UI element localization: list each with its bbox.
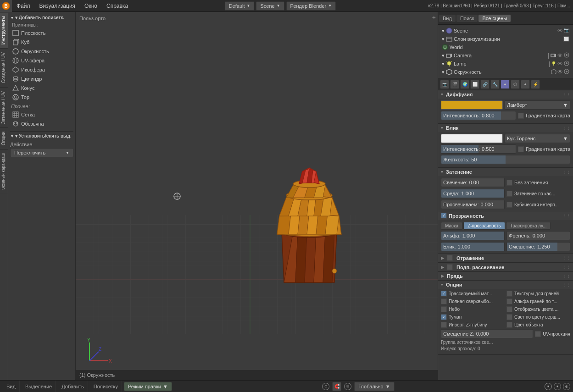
transparency-cb[interactable] bbox=[441, 213, 447, 219]
primitive-icosphere[interactable]: Икосфера bbox=[10, 65, 73, 74]
trans-tab-mask[interactable]: Маска bbox=[441, 222, 462, 230]
diffuse-shader-dropdown[interactable]: Ламберт ▼ bbox=[505, 100, 570, 110]
render-engine-dropdown[interactable]: Рендер Blender ▼ bbox=[286, 1, 336, 11]
prop-icon-constraints[interactable]: 🔗 bbox=[480, 80, 490, 89]
prop-icon-modifiers[interactable]: 🔧 bbox=[490, 80, 500, 89]
blend-field[interactable]: Смешение: 1.250 bbox=[506, 242, 570, 251]
no-shading-cb[interactable] bbox=[506, 180, 512, 186]
specular-intensity-field[interactable]: Интенсивность: 0.500 bbox=[441, 144, 516, 154]
global-dropdown[interactable]: Глобально ▼ bbox=[354, 382, 394, 391]
menu-window[interactable]: Окно bbox=[80, 0, 102, 11]
set-unset-section-header[interactable]: ▾ ▾ Установить/снять выд. bbox=[10, 131, 73, 140]
face-alpha-cb[interactable] bbox=[506, 298, 512, 304]
snap-icon[interactable]: 🧲 bbox=[332, 382, 341, 391]
primitive-torus[interactable]: Тор bbox=[10, 93, 73, 102]
prop-icon-world[interactable]: 🌍 bbox=[460, 80, 469, 89]
tab-create-uv[interactable]: Создание / UV bbox=[0, 48, 8, 87]
prop-icon-object[interactable]: ⬜ bbox=[470, 80, 479, 89]
prop-icon-particles[interactable]: ✦ bbox=[521, 80, 530, 89]
menu-file[interactable]: Файл bbox=[12, 0, 35, 11]
cubic-cb[interactable] bbox=[506, 202, 512, 208]
layers-vis-icon[interactable]: ⬜ bbox=[563, 36, 569, 42]
tab-view[interactable]: Вид bbox=[439, 15, 456, 22]
env-field[interactable]: Среда: 1.000 bbox=[441, 189, 505, 198]
obj-col-cb[interactable] bbox=[506, 322, 512, 328]
specular-header[interactable]: ▾ Блик ⋮⋮ bbox=[438, 124, 573, 132]
bottom-add[interactable]: Добавить bbox=[58, 381, 88, 392]
prop-icon-render[interactable]: 📷 bbox=[440, 80, 449, 89]
bottom-select[interactable]: Выделение bbox=[22, 381, 56, 392]
fresnel-field[interactable]: Френель: 0.000 bbox=[506, 231, 570, 240]
specular-color-swatch[interactable] bbox=[441, 134, 503, 143]
other-grid[interactable]: Сетка bbox=[10, 110, 73, 119]
camera-eye[interactable]: 👁 bbox=[557, 52, 563, 59]
sky-cb[interactable] bbox=[441, 306, 447, 312]
prop-icon-physics[interactable]: ⚡ bbox=[531, 80, 540, 89]
tab-tools[interactable]: Инструменты bbox=[0, 12, 8, 48]
tab-search[interactable]: Поиск bbox=[456, 15, 478, 22]
vis-icon2[interactable]: 📷 bbox=[564, 28, 569, 34]
prop-icon-material[interactable]: ● bbox=[501, 80, 510, 89]
bottom-mesh[interactable]: Полисетку bbox=[90, 381, 122, 392]
lamp-eye[interactable]: 👁 bbox=[557, 61, 563, 67]
scene-item-lamp[interactable]: ▾ Lamp | 👁 bbox=[440, 60, 571, 68]
vis-icon1[interactable]: 👁 bbox=[557, 28, 563, 34]
subsurface-header[interactable]: ▶ Подп. рассеивание ⋮⋮ bbox=[438, 263, 573, 271]
primitive-cone[interactable]: Конус bbox=[10, 83, 73, 93]
face-tex-cb[interactable] bbox=[506, 291, 512, 297]
primitive-cylinder[interactable]: Цилиндр bbox=[10, 74, 73, 83]
scene-item-okruzh[interactable]: ▾ Окружность 👁 bbox=[440, 68, 571, 76]
scene-dropdown[interactable]: Scene ▼ bbox=[256, 1, 284, 11]
strand-header[interactable]: ▶ Прядь ⋮⋮ bbox=[438, 272, 573, 280]
specular-hardness-field[interactable]: Жёсткость: 50 bbox=[441, 155, 570, 164]
reflection-header[interactable]: ▶ Отражение ⋮⋮ bbox=[438, 254, 573, 262]
spec-trans-field[interactable]: Блик: 1.000 bbox=[441, 242, 505, 251]
vert-col-cb[interactable] bbox=[506, 314, 512, 320]
bottom-view[interactable]: Вид bbox=[3, 381, 20, 392]
layer-icon2[interactable]: ■ bbox=[554, 383, 561, 390]
camera-vis1[interactable]: | bbox=[548, 52, 549, 59]
inv-z-cb[interactable] bbox=[441, 322, 447, 328]
subsurface-cb[interactable] bbox=[447, 264, 453, 270]
scene-item-camera[interactable]: ▾ Camera | 👁 bbox=[440, 51, 571, 60]
tab-grease-pencil[interactable]: Экзиный карандаш bbox=[0, 149, 8, 193]
primitive-cube[interactable]: Куб bbox=[10, 38, 73, 47]
z-offset-field[interactable]: Смещение Z: 0.000 bbox=[441, 329, 533, 338]
scene-item-layers[interactable]: ▾ Слои визуализации ⬜ bbox=[440, 35, 571, 43]
glow-field[interactable]: Свечение: 0.00 bbox=[441, 178, 505, 187]
shadow-field[interactable]: Просвечиваем: 0.000 bbox=[441, 200, 505, 209]
scene-item-world[interactable]: World bbox=[440, 43, 571, 51]
alpha-field[interactable]: Альфа: 1.000 bbox=[441, 231, 505, 240]
face-col-cb[interactable] bbox=[506, 306, 512, 312]
orientation-icon[interactable]: ⊞ bbox=[344, 383, 351, 390]
tangent-cb[interactable] bbox=[506, 191, 512, 197]
menu-render[interactable]: Визуализация bbox=[35, 0, 80, 11]
diffuse-gradient-cb[interactable] bbox=[518, 113, 524, 119]
pivot-icon[interactable]: ⊙ bbox=[322, 383, 329, 390]
okruzh-eye[interactable]: 👁 bbox=[557, 69, 563, 75]
transparency-header[interactable]: Прозрачность ⋮⋮ bbox=[438, 211, 573, 220]
layout-dropdown[interactable]: Default ▼ bbox=[225, 1, 255, 11]
tab-all-scenes[interactable]: Все сцены bbox=[478, 15, 511, 22]
menu-help[interactable]: Справка bbox=[102, 0, 133, 11]
primitive-circle[interactable]: Окружность bbox=[10, 47, 73, 56]
tab-shading-uv[interactable]: Затенение / UV bbox=[0, 87, 8, 127]
other-monkey[interactable]: Обезьяна bbox=[10, 119, 73, 128]
specular-shader-dropdown[interactable]: Кук-Торренс ▼ bbox=[505, 134, 570, 143]
options-section-header[interactable]: ▾ Опции ⋮⋮ bbox=[438, 281, 573, 289]
prop-icon-scene[interactable]: 🎬 bbox=[450, 80, 459, 89]
reflection-cb[interactable] bbox=[447, 255, 453, 261]
mode-dropdown[interactable]: Режим правки ▼ bbox=[124, 382, 172, 391]
primitive-uvsphere[interactable]: UV-сфера bbox=[10, 56, 73, 65]
trans-tab-z[interactable]: Z-прозрачность bbox=[463, 222, 505, 230]
scene-item-scene[interactable]: ▾ Scene 👁 📷 bbox=[440, 27, 571, 35]
expand-icon[interactable]: + bbox=[432, 14, 436, 21]
layer-icon1[interactable]: ■ bbox=[545, 383, 552, 390]
viewport-shade[interactable]: ◐ bbox=[563, 383, 570, 390]
viewport[interactable]: Польз.орто + bbox=[76, 12, 438, 380]
lamp-vis1[interactable]: | bbox=[549, 61, 550, 67]
trans-tab-ray[interactable]: Трассировка лу... bbox=[506, 222, 551, 230]
primitive-plane[interactable]: Плоскость bbox=[10, 28, 73, 38]
diffuse-color-swatch[interactable] bbox=[441, 100, 503, 110]
specular-gradient-cb[interactable] bbox=[518, 146, 524, 152]
